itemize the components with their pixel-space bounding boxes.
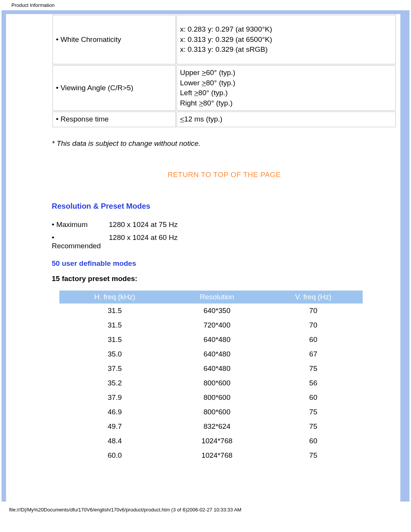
preset-cell: 37.9 <box>59 390 170 405</box>
preset-cell: 800*600 <box>170 376 264 390</box>
modes-table: • Maximum 1280 x 1024 at 75 Hz • Recomme… <box>52 218 182 252</box>
preset-cell: 640*480 <box>170 332 264 347</box>
table-row: 35.2800*60056 <box>59 376 363 390</box>
preset-cell: 49.7 <box>59 419 170 434</box>
left-gutter <box>6 14 52 502</box>
resolution-heading: Resolution & Preset Modes <box>52 202 397 211</box>
table-row: 49.7832*62475 <box>59 419 363 434</box>
user-modes-heading: 50 user definable modes <box>52 259 397 268</box>
preset-cell: 832*624 <box>170 419 264 434</box>
outer-frame: • White Chromaticityx: 0.283 y: 0.297 (a… <box>2 10 409 502</box>
right-stripe <box>400 14 405 502</box>
preset-cell: 31.5 <box>59 318 170 332</box>
preset-cell: 46.9 <box>59 405 170 419</box>
preset-cell: 48.4 <box>59 434 170 448</box>
preset-cell: 60 <box>264 332 363 347</box>
preset-cell: 75 <box>264 405 363 419</box>
table-row: 31.5640*35070 <box>59 304 363 318</box>
preset-cell: 35.0 <box>59 347 170 361</box>
page-title: Product Information <box>0 0 411 10</box>
table-row: 48.41024*76860 <box>59 434 363 448</box>
preset-cell: 75 <box>264 419 363 434</box>
preset-header: V. freq (Hz) <box>264 291 363 304</box>
preset-cell: 70 <box>264 304 363 318</box>
preset-cell: 75 <box>264 361 363 376</box>
footer-path: file:///D|/My%20Documents/dfu/170V6/engl… <box>0 502 411 516</box>
spec-label: • White Chromaticity <box>53 15 176 64</box>
table-row: 46.9800*60075 <box>59 405 363 419</box>
preset-cell: 640*480 <box>170 347 264 361</box>
table-row: 37.9800*60060 <box>59 390 363 405</box>
spec-label: • Viewing Angle (C/R>5) <box>53 65 176 111</box>
spec-value: Upper >60° (typ.)Lower >80° (typ.)Left >… <box>177 65 396 111</box>
factory-heading: 15 factory preset modes: <box>52 275 397 283</box>
table-row: 35.0640*48067 <box>59 347 363 361</box>
preset-cell: 800*600 <box>170 405 264 419</box>
rec-value: 1280 x 1024 at 60 Hz <box>109 231 182 252</box>
table-row: 31.5720*40070 <box>59 318 363 332</box>
preset-cell: 75 <box>264 448 363 463</box>
return-to-top-link[interactable]: RETURN TO TOP OF THE PAGE <box>167 171 280 179</box>
table-row: 37.5640*48075 <box>59 361 363 376</box>
table-row: 31.5640*48060 <box>59 332 363 347</box>
spec-label: • Response time <box>53 112 176 127</box>
preset-cell: 67 <box>264 347 363 361</box>
preset-cell: 720*400 <box>170 318 264 332</box>
preset-cell: 70 <box>264 318 363 332</box>
preset-cell: 800*600 <box>170 390 264 405</box>
return-link-wrap: RETURN TO TOP OF THE PAGE <box>52 171 397 179</box>
notice-text: * This data is subject to change without… <box>52 139 397 148</box>
preset-cell: 37.5 <box>59 361 170 376</box>
preset-cell: 35.2 <box>59 376 170 390</box>
preset-cell: 1024*768 <box>170 448 264 463</box>
spec-value: <12 ms (typ.) <box>177 112 396 127</box>
preset-header: H. freq (kHz) <box>59 291 170 304</box>
preset-cell: 31.5 <box>59 304 170 318</box>
spec-value: x: 0.283 y: 0.297 (at 9300°K)x: 0.313 y:… <box>177 15 396 64</box>
content-area: • White Chromaticityx: 0.283 y: 0.297 (a… <box>6 14 405 502</box>
max-label: • Maximum <box>52 218 109 231</box>
preset-cell: 60.0 <box>59 448 170 463</box>
preset-cell: 31.5 <box>59 332 170 347</box>
preset-cell: 640*350 <box>170 304 264 318</box>
preset-cell: 640*480 <box>170 361 264 376</box>
preset-cell: 60 <box>264 390 363 405</box>
preset-table: H. freq (kHz)ResolutionV. freq (Hz) 31.5… <box>59 291 363 463</box>
preset-cell: 1024*768 <box>170 434 264 448</box>
max-value: 1280 x 1024 at 75 Hz <box>109 218 182 231</box>
preset-cell: 60 <box>264 434 363 448</box>
table-row: 60.01024*76875 <box>59 448 363 463</box>
preset-cell: 56 <box>264 376 363 390</box>
preset-header: Resolution <box>170 291 264 304</box>
rec-label: • Recommended <box>52 231 109 252</box>
main-column: • White Chromaticityx: 0.283 y: 0.297 (a… <box>52 14 400 502</box>
spec-table: • White Chromaticityx: 0.283 y: 0.297 (a… <box>52 14 397 128</box>
